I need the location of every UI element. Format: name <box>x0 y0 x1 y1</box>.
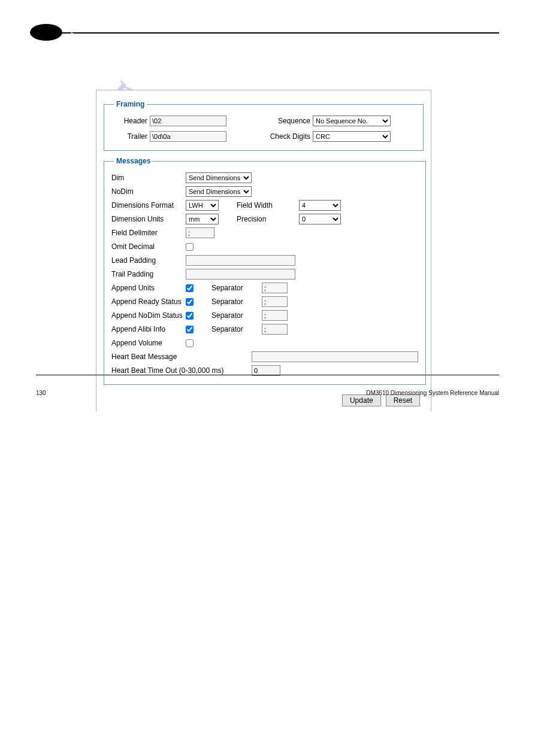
header-input[interactable] <box>150 116 226 126</box>
append-units-label: Append Units <box>111 284 186 292</box>
sep1-label: Separator <box>194 284 262 292</box>
chapter-number: 5 <box>71 31 74 37</box>
dim-units-select[interactable]: mm <box>186 214 219 224</box>
config-panel: Framing Header Trailer <box>96 90 431 411</box>
hbm-label: Heart Beat Message <box>111 353 186 361</box>
messages-group: Messages Dim Send Dimensions NoDim Send … <box>104 157 426 385</box>
sep4-input[interactable] <box>262 324 288 335</box>
lead-padding-label: Lead Padding <box>111 256 186 265</box>
precision-select[interactable]: 0 <box>299 214 341 224</box>
reset-button[interactable]: Reset <box>386 394 420 406</box>
header-label: Header <box>111 117 150 125</box>
sequence-select[interactable]: No Sequence No. <box>313 116 391 126</box>
footer-page: 130 <box>36 390 46 396</box>
trailer-input[interactable] <box>150 131 226 142</box>
sep4-label: Separator <box>194 325 262 333</box>
sep2-input[interactable] <box>262 296 288 307</box>
dim-format-select[interactable]: LWH <box>186 200 219 211</box>
append-alibi-label: Append Alibi Info <box>111 325 186 333</box>
sep3-label: Separator <box>194 311 262 320</box>
footer-rule <box>36 375 499 375</box>
nodim-select[interactable]: Send Dimensions <box>186 186 252 197</box>
trail-padding-label: Trail Padding <box>111 270 186 278</box>
hbm-input[interactable] <box>252 351 418 362</box>
messages-legend: Messages <box>114 157 153 165</box>
hbto-label: Heart Beat Time Out (0-30,000 ms) <box>111 366 252 375</box>
append-volume-label: Append Volume <box>111 339 186 347</box>
append-alibi-checkbox[interactable] <box>186 326 194 333</box>
sep3-input[interactable] <box>262 310 288 321</box>
framing-legend: Framing <box>114 100 147 108</box>
omit-decimal-label: Omit Decimal <box>111 242 186 251</box>
append-nodim-label: Append NoDim Status <box>111 311 186 320</box>
header-rule <box>36 32 499 34</box>
sep1-input[interactable] <box>262 283 288 293</box>
check-digits-select[interactable]: CRC <box>313 131 391 142</box>
field-width-label: Field Width <box>219 201 299 210</box>
field-delim-label: Field Delimiter <box>111 229 186 237</box>
append-ready-label: Append Ready Status <box>111 297 186 306</box>
field-width-select[interactable]: 4 <box>299 200 341 211</box>
append-ready-checkbox[interactable] <box>186 298 194 306</box>
dim-format-label: Dimensions Format <box>111 201 186 210</box>
footer-title: DM3610 Dimensioning System Reference Man… <box>366 390 499 396</box>
sep2-label: Separator <box>194 297 262 306</box>
sequence-label: Sequence <box>262 117 313 125</box>
append-units-checkbox[interactable] <box>186 284 194 292</box>
lead-padding-input[interactable] <box>186 255 295 266</box>
framing-group: Framing Header Trailer <box>104 100 424 151</box>
field-delim-input[interactable] <box>186 227 214 238</box>
dim-units-label: Dimension Units <box>111 215 186 223</box>
omit-decimal-checkbox[interactable] <box>186 243 194 251</box>
header-ellipse <box>30 24 62 41</box>
precision-label: Precision <box>219 215 299 223</box>
dim-select[interactable]: Send Dimensions <box>186 172 252 183</box>
update-button[interactable]: Update <box>342 394 381 406</box>
trailer-label: Trailer <box>111 132 150 141</box>
check-digits-label: Check Digits <box>262 132 313 141</box>
dim-label: Dim <box>111 174 186 182</box>
append-volume-checkbox[interactable] <box>186 339 194 347</box>
trail-padding-input[interactable] <box>186 269 295 280</box>
nodim-label: NoDim <box>111 187 186 196</box>
append-nodim-checkbox[interactable] <box>186 312 194 320</box>
